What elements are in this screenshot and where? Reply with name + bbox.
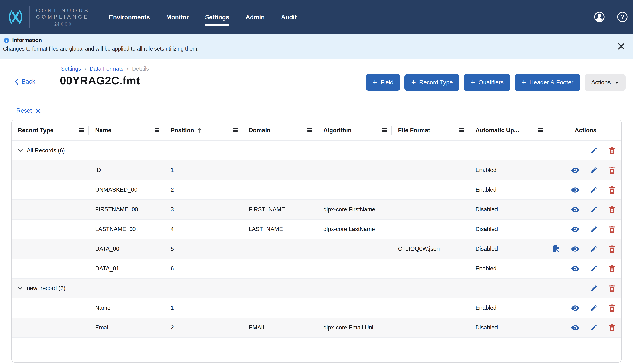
delete-icon[interactable] <box>608 245 615 253</box>
breadcrumb-data-formats[interactable]: Data Formats <box>90 65 123 72</box>
breadcrumb-settings[interactable]: Settings <box>61 65 81 72</box>
automatic-updates-cell <box>469 278 548 298</box>
nav-item-admin[interactable]: Admin <box>246 13 265 21</box>
delete-icon[interactable] <box>608 186 615 194</box>
file-edit-icon[interactable] <box>552 245 560 253</box>
add-record-type-button[interactable]: + Record Type <box>405 74 459 91</box>
delete-icon[interactable] <box>608 146 615 154</box>
row-actions <box>548 239 621 258</box>
column-menu-icon[interactable] <box>307 128 312 132</box>
user-profile-icon[interactable] <box>594 12 605 22</box>
breadcrumb: Settings › Data Formats › Details <box>61 65 149 72</box>
edit-icon[interactable] <box>590 265 598 272</box>
plus-icon: + <box>471 78 475 86</box>
file-format-cell <box>392 141 469 160</box>
domain-cell: LAST_NAME <box>242 220 317 239</box>
column-header-record-type[interactable]: Record Type <box>12 120 89 140</box>
brand-logo[interactable]: CONTINUOUS COMPLIANCE 24.0.0.0 <box>7 6 90 28</box>
domain-cell <box>242 141 317 160</box>
column-header-algorithm[interactable]: Algorithm <box>317 120 392 140</box>
field-row: LASTNAME_004LAST_NAMEdlpx-core:LastNameD… <box>12 220 621 239</box>
column-menu-icon[interactable] <box>79 128 84 132</box>
column-header-domain[interactable]: Domain <box>242 120 317 140</box>
table-body: All Records (6)ID1EnabledUNMASKED_002Ena… <box>12 141 621 338</box>
view-icon[interactable] <box>571 166 579 174</box>
view-icon[interactable] <box>571 244 579 253</box>
add-field-button[interactable]: + Field <box>366 74 400 91</box>
automatic-updates-cell: Disabled <box>469 318 548 337</box>
delete-icon[interactable] <box>608 166 615 174</box>
column-header-name[interactable]: Name <box>89 120 164 140</box>
collapse-chevron-icon[interactable] <box>18 287 23 290</box>
delete-icon[interactable] <box>608 225 615 233</box>
column-menu-icon[interactable] <box>155 128 160 132</box>
view-icon[interactable] <box>571 264 579 273</box>
collapse-chevron-icon[interactable] <box>18 149 23 152</box>
data-format-table: Record Type Name Position Domain <box>11 120 622 362</box>
column-header-file-format[interactable]: File Format <box>392 120 469 140</box>
delete-icon[interactable] <box>608 265 615 272</box>
domain-cell <box>242 278 317 298</box>
automatic-updates-cell: Disabled <box>469 220 548 239</box>
edit-icon[interactable] <box>590 186 598 194</box>
view-icon[interactable] <box>571 205 579 214</box>
delete-icon[interactable] <box>608 324 615 332</box>
record-type-label: new_record (2) <box>27 285 66 292</box>
edit-icon[interactable] <box>590 226 598 233</box>
edit-icon[interactable] <box>590 324 598 331</box>
view-icon[interactable] <box>571 186 579 194</box>
file-format-cell <box>392 259 469 278</box>
delete-icon[interactable] <box>608 304 615 312</box>
field-row: Email2EMAILdlpx-core:Email Uni...Disable… <box>12 318 621 338</box>
plus-icon: + <box>411 78 416 86</box>
column-header-position[interactable]: Position <box>164 120 242 140</box>
view-icon[interactable] <box>571 323 579 332</box>
edit-icon[interactable] <box>590 166 598 174</box>
row-actions <box>548 298 621 318</box>
help-icon[interactable]: ? <box>617 12 628 22</box>
record-type-cell <box>12 200 89 219</box>
name-cell <box>89 141 164 160</box>
row-actions <box>548 220 621 239</box>
reset-filter-button[interactable]: Reset <box>16 107 41 114</box>
nav-item-audit[interactable]: Audit <box>281 13 297 21</box>
page-title: 00YRAG2C.fmt <box>60 74 140 87</box>
delete-icon[interactable] <box>608 284 615 292</box>
add-qualifiers-button[interactable]: + Qualifiers <box>464 74 510 91</box>
edit-icon[interactable] <box>590 206 598 213</box>
column-menu-icon[interactable] <box>538 128 543 132</box>
banner-close-icon[interactable] <box>617 42 625 50</box>
column-menu-icon[interactable] <box>459 128 464 132</box>
svg-text:i: i <box>6 38 7 42</box>
view-icon[interactable] <box>571 225 579 234</box>
record-type-cell <box>12 220 89 239</box>
svg-text:?: ? <box>620 13 624 20</box>
automatic-updates-cell: Enabled <box>469 259 548 278</box>
nav-item-settings[interactable]: Settings <box>205 13 229 21</box>
add-header-footer-button[interactable]: + Header & Footer <box>515 74 580 91</box>
column-menu-icon[interactable] <box>382 128 387 132</box>
column-header-automatic-updates[interactable]: Automatic Up... <box>469 120 548 140</box>
view-icon[interactable] <box>571 304 579 312</box>
record-type-cell <box>12 259 89 278</box>
record-type-group-row: All Records (6) <box>12 141 621 160</box>
row-actions <box>548 180 621 200</box>
algorithm-cell <box>317 160 392 180</box>
row-actions <box>548 259 621 278</box>
nav-item-monitor[interactable]: Monitor <box>166 13 189 21</box>
position-cell: 6 <box>164 259 242 278</box>
edit-icon[interactable] <box>590 147 598 154</box>
column-menu-icon[interactable] <box>233 128 238 132</box>
nav-item-environments[interactable]: Environments <box>109 13 150 21</box>
edit-icon[interactable] <box>590 284 598 292</box>
name-cell: ID <box>89 160 164 180</box>
field-row: Name1Enabled <box>12 298 621 318</box>
breadcrumb-details: Details <box>132 65 149 72</box>
edit-icon[interactable] <box>590 245 598 252</box>
actions-menu-button[interactable]: Actions <box>584 74 625 91</box>
back-button[interactable]: Back <box>15 78 35 85</box>
information-banner: i Information Changes to format files ar… <box>0 34 633 60</box>
edit-icon[interactable] <box>590 304 598 312</box>
chevron-left-icon <box>15 78 19 85</box>
delete-icon[interactable] <box>608 206 615 214</box>
